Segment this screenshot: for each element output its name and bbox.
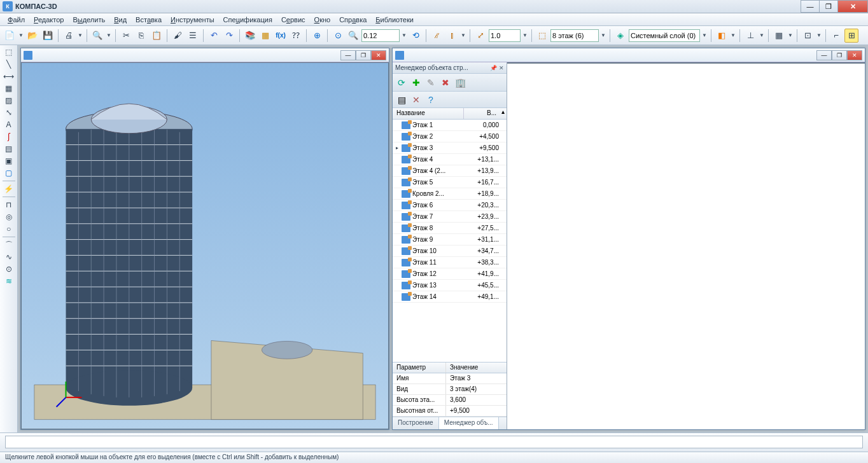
layer-dropdown[interactable]: ▼ bbox=[701, 32, 708, 38]
mdi-close-button[interactable]: ✕ bbox=[371, 50, 386, 60]
zoom-combo[interactable] bbox=[361, 29, 400, 42]
tool-select-icon[interactable]: ⬚ bbox=[2, 46, 16, 58]
brush-icon[interactable]: 🖌 bbox=[171, 29, 185, 43]
dim2-button[interactable]: ⫿ bbox=[445, 29, 459, 43]
floor-row[interactable]: Этаж 13+45,5... bbox=[393, 280, 507, 291]
zoom-prev-button[interactable]: ⟲ bbox=[409, 29, 423, 43]
layer-combo[interactable] bbox=[629, 29, 700, 42]
scale-icon[interactable]: ⤢ bbox=[473, 29, 487, 43]
print-button[interactable]: 🖨 bbox=[62, 29, 76, 43]
preview-dropdown[interactable]: ▼ bbox=[106, 32, 112, 38]
snap-button[interactable]: ⊡ bbox=[801, 29, 815, 43]
add-icon[interactable]: ✚ bbox=[410, 76, 423, 89]
floor-row[interactable]: Этаж 4+13,1... bbox=[393, 154, 507, 165]
settings-icon[interactable]: ✕ bbox=[410, 93, 423, 106]
mdi-maximize-button[interactable]: ❐ bbox=[356, 50, 371, 60]
tool-bracket-icon[interactable]: ⊓ bbox=[2, 199, 16, 211]
scale-dropdown[interactable]: ▼ bbox=[522, 32, 528, 38]
zoom-window-button[interactable]: 🔍 bbox=[346, 29, 360, 43]
floor-row[interactable]: Кровля 2...+18,9... bbox=[393, 188, 507, 200]
floor-dropdown[interactable]: ▼ bbox=[600, 32, 606, 38]
layer-icon[interactable]: ◈ bbox=[613, 29, 627, 43]
grid-dropdown[interactable]: ▼ bbox=[787, 32, 794, 38]
menu-file[interactable]: Файл bbox=[4, 15, 29, 25]
floor-row[interactable]: Этаж 12+41,9... bbox=[393, 268, 507, 280]
tool-box-icon[interactable]: ▢ bbox=[2, 167, 16, 179]
save-button[interactable]: 💾 bbox=[41, 29, 55, 43]
list-icon[interactable]: ▤ bbox=[395, 93, 408, 106]
floor-row[interactable]: Этаж 5+16,7... bbox=[393, 177, 507, 188]
tool-point-icon[interactable]: ⊙ bbox=[2, 263, 16, 275]
prop-param-header[interactable]: Параметр bbox=[393, 363, 446, 373]
edit-icon[interactable]: ✎ bbox=[424, 76, 437, 89]
menu-view[interactable]: Вид bbox=[110, 15, 130, 25]
new-button[interactable]: 📄 bbox=[3, 29, 17, 43]
menu-insert[interactable]: Вставка bbox=[132, 15, 165, 25]
menu-service[interactable]: Сервис bbox=[277, 15, 309, 25]
property-row[interactable]: Высотная от...+9,500 bbox=[393, 406, 507, 417]
mdi-3d-titlebar[interactable]: — ❐ ✕ bbox=[21, 48, 389, 62]
zoom-in-button[interactable]: ⊕ bbox=[310, 29, 324, 43]
floor-row[interactable]: Этаж 10+34,7... bbox=[393, 245, 507, 257]
mdi-maximize-button[interactable]: ❐ bbox=[832, 50, 847, 60]
plan-viewport[interactable]: План 3 этажа bbox=[507, 62, 865, 64]
tool-dim-icon[interactable]: ⟷ bbox=[2, 71, 16, 82]
property-row[interactable]: Высота эта...3,600 bbox=[393, 395, 507, 406]
menu-window[interactable]: Окно bbox=[311, 15, 335, 25]
floor-row[interactable]: Этаж 7+23,9... bbox=[393, 211, 507, 223]
col-val-header[interactable]: В... bbox=[464, 108, 499, 119]
scale-combo[interactable] bbox=[489, 29, 521, 42]
tool-text-icon[interactable]: A bbox=[2, 119, 16, 130]
tool-spline-icon[interactable]: ∿ bbox=[2, 251, 16, 263]
tool-wave-icon[interactable]: ≋ bbox=[2, 275, 16, 287]
floor-row[interactable]: ▸Этаж 3+9,500 bbox=[393, 142, 507, 154]
close-button[interactable]: ✕ bbox=[837, 0, 868, 13]
dim-dropdown[interactable]: ▼ bbox=[460, 32, 466, 38]
library-button[interactable]: 📚 bbox=[243, 29, 257, 43]
tab-manager[interactable]: Менеджер объ... bbox=[439, 417, 499, 429]
mdi-minimize-button[interactable]: — bbox=[340, 50, 356, 60]
3d-viewport[interactable] bbox=[21, 62, 389, 429]
tool-bolt-icon[interactable]: ⚡ bbox=[2, 183, 16, 195]
axis-dropdown[interactable]: ▼ bbox=[759, 32, 765, 38]
calc-button[interactable]: ▦ bbox=[258, 29, 272, 43]
tool-circle-icon[interactable]: ◎ bbox=[2, 211, 16, 223]
delete-icon[interactable]: ✖ bbox=[439, 76, 452, 89]
floor-rows[interactable]: Этаж 10,000Этаж 2+4,500▸Этаж 3+9,500Этаж… bbox=[393, 120, 507, 362]
floor-row[interactable]: Этаж 11+38,3... bbox=[393, 257, 507, 268]
ortho-button[interactable]: ⌐ bbox=[829, 29, 843, 43]
help-cursor-button[interactable]: ⁇ bbox=[289, 29, 303, 43]
open-button[interactable]: 📂 bbox=[25, 29, 39, 43]
dim-button[interactable]: ⫽ bbox=[430, 29, 444, 43]
menu-tools[interactable]: Инструменты bbox=[167, 15, 218, 25]
tool-table-icon[interactable]: ▤ bbox=[2, 143, 16, 155]
mdi-minimize-button[interactable]: — bbox=[816, 50, 832, 60]
pin-icon[interactable]: 📌 bbox=[490, 65, 497, 71]
floor-icon[interactable]: ⬚ bbox=[535, 29, 549, 43]
menu-libs[interactable]: Библиотеки bbox=[372, 15, 417, 25]
tool-sheet-icon[interactable]: ▣ bbox=[2, 155, 16, 167]
prop-value-header[interactable]: Значение bbox=[446, 363, 507, 373]
col-name-header[interactable]: Название bbox=[393, 108, 464, 119]
paste-button[interactable]: 📋 bbox=[150, 29, 164, 43]
floor-combo[interactable] bbox=[550, 29, 599, 42]
axis-button[interactable]: ⊥ bbox=[743, 29, 757, 43]
floor-row[interactable]: Этаж 4 (2...+13,9... bbox=[393, 165, 507, 177]
grid-button[interactable]: ▦ bbox=[772, 29, 786, 43]
properties-button[interactable]: ☰ bbox=[186, 29, 200, 43]
copy-button[interactable]: ⎘ bbox=[134, 29, 148, 43]
floor-row[interactable]: Этаж 2+4,500 bbox=[393, 131, 507, 142]
tool-ring-icon[interactable]: ○ bbox=[2, 223, 16, 235]
help-icon[interactable]: ? bbox=[424, 93, 437, 106]
menu-spec[interactable]: Спецификация bbox=[220, 15, 276, 25]
menu-help[interactable]: Справка bbox=[335, 15, 370, 25]
building-icon[interactable]: 🏢 bbox=[454, 76, 466, 89]
tool-line-icon[interactable]: ╲ bbox=[2, 59, 16, 70]
fx-button[interactable]: f(x) bbox=[274, 29, 288, 43]
preview-button[interactable]: 🔍 bbox=[90, 29, 104, 43]
maximize-button[interactable]: ❐ bbox=[819, 0, 838, 13]
menu-select[interactable]: Выделить bbox=[69, 15, 109, 25]
eraser-button[interactable]: ◧ bbox=[715, 29, 729, 43]
object-manager-header[interactable]: Менеджер объекта стр... 📌 ✕ bbox=[393, 62, 507, 74]
tool-extend-icon[interactable]: ⤡ bbox=[2, 107, 16, 118]
